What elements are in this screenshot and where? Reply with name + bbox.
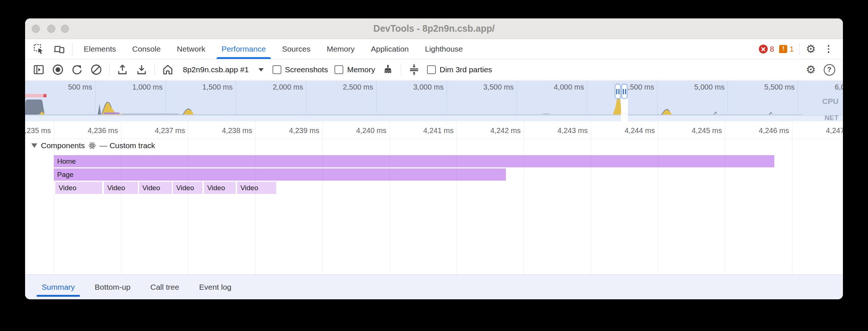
detail-gridline <box>524 121 524 274</box>
tab-console[interactable]: Console <box>124 39 169 59</box>
cpu-activity-chart <box>25 81 843 115</box>
tab-bottom-up[interactable]: Bottom-up <box>88 275 137 299</box>
device-toolbar-icon[interactable] <box>53 43 66 55</box>
settings-gear-icon[interactable]: ⚙ <box>805 43 817 55</box>
ruler-tick: 4,238 ms <box>209 126 252 135</box>
collect-garbage-icon[interactable] <box>382 63 394 76</box>
detail-gridline <box>389 121 390 274</box>
toggle-sidebar-icon[interactable] <box>32 63 45 76</box>
detail-gridline <box>792 121 792 274</box>
fit-to-window-icon[interactable] <box>408 63 420 76</box>
ruler-tick: 4,245 ms <box>678 126 722 135</box>
flame-bar-video[interactable]: Video <box>173 182 202 194</box>
ruler-tick: 4,235 ms <box>25 126 51 135</box>
warning-icon <box>779 45 787 53</box>
title-bar: DevTools - 8p2n9n.csb.app/ <box>25 18 843 39</box>
react-atom-icon <box>88 142 96 149</box>
detail-gridline <box>658 121 658 274</box>
net-lane-label: NET <box>824 114 839 122</box>
ruler-tick: 4,239 ms <box>276 126 319 135</box>
tab-performance[interactable]: Performance <box>213 39 274 59</box>
ruler-tick: 4,242 ms <box>477 126 521 135</box>
flame-bar-home[interactable]: Home <box>54 155 774 167</box>
expand-triangle-icon <box>31 143 37 148</box>
flame-bar-video[interactable]: Video <box>104 182 138 194</box>
screen: DevTools - 8p2n9n.csb.app/ <box>0 0 868 331</box>
tab-memory[interactable]: Memory <box>319 39 363 59</box>
clear-icon[interactable] <box>90 63 103 76</box>
capture-settings-gear-icon[interactable]: ⚙ <box>805 63 817 76</box>
detail-gridline <box>591 121 591 274</box>
screenshots-checkbox[interactable]: Screenshots <box>272 65 328 74</box>
ruler-tick: 4,237 ms <box>142 126 185 135</box>
ruler-tick: 4,243 ms <box>544 126 588 135</box>
network-overview-strip <box>25 115 843 121</box>
checkbox-icon <box>427 65 436 74</box>
page-selector-dropdown[interactable]: 8p2n9n.csb.app #1 <box>181 65 266 74</box>
flamechart-area[interactable]: 4,235 ms 4,236 ms 4,237 ms 4,238 ms 4,23… <box>25 121 843 274</box>
panel-tab-bar: Elements Console Network Performance Sou… <box>25 39 843 59</box>
selection-right-handle[interactable] <box>621 84 628 99</box>
ruler-tick: 4,241 ms <box>410 126 454 135</box>
panel-tabs: Elements Console Network Performance Sou… <box>76 39 471 59</box>
tab-summary[interactable]: Summary <box>35 275 81 299</box>
inspect-element-icon[interactable] <box>32 43 45 55</box>
divider <box>799 43 799 55</box>
more-options-icon[interactable] <box>822 43 835 55</box>
load-profile-icon[interactable] <box>116 63 129 76</box>
custom-track-header[interactable]: Components — Custom track <box>31 141 155 150</box>
custom-track-suffix: — Custom track <box>100 141 155 150</box>
detail-gridline <box>725 121 725 274</box>
devtools-window: DevTools - 8p2n9n.csb.app/ <box>25 18 843 299</box>
ruler-tick: 4,244 ms <box>611 126 655 135</box>
custom-track-title: Components <box>41 141 85 150</box>
tab-elements[interactable]: Elements <box>76 39 124 59</box>
tab-sources[interactable]: Sources <box>274 39 319 59</box>
flame-bar-video[interactable]: Video <box>55 182 102 194</box>
tab-application[interactable]: Application <box>363 39 417 59</box>
memory-checkbox[interactable]: Memory <box>334 65 375 74</box>
timeline-overview[interactable]: 500 ms 1,000 ms 1,500 ms 2,000 ms 2,500 … <box>25 81 843 121</box>
save-profile-icon[interactable] <box>135 63 148 76</box>
tab-event-log[interactable]: Event log <box>192 275 238 299</box>
divider <box>401 63 401 76</box>
page-selector-value: 8p2n9n.csb.app #1 <box>183 65 249 74</box>
ruler-tick: 4,240 ms <box>343 126 386 135</box>
detail-gridline <box>188 121 188 274</box>
selection-left-handle[interactable] <box>615 84 621 99</box>
detail-gridline <box>255 121 256 274</box>
reload-and-record-icon[interactable] <box>71 63 83 76</box>
cpu-lane-label: CPU <box>822 97 839 106</box>
ruler-divider <box>25 139 843 139</box>
chevron-down-icon <box>258 68 264 72</box>
help-icon[interactable]: ? <box>823 63 836 76</box>
checkbox-icon <box>272 65 281 74</box>
flame-bar-video[interactable]: Video <box>237 182 276 194</box>
checkbox-icon <box>334 65 343 74</box>
tab-lighthouse[interactable]: Lighthouse <box>417 39 471 59</box>
ruler-tick: 4,246 ms <box>746 126 789 135</box>
ruler-tick: 4,247 ms <box>813 126 843 135</box>
tab-network[interactable]: Network <box>169 39 213 59</box>
flame-bar-page[interactable]: Page <box>54 168 506 181</box>
dim-3rd-parties-checkbox[interactable]: Dim 3rd parties <box>427 65 492 74</box>
warning-count-badge[interactable]: 1 <box>779 45 794 53</box>
details-tab-bar: Summary Bottom-up Call tree Event log <box>25 274 843 299</box>
flame-bar-video[interactable]: Video <box>139 182 172 194</box>
error-icon <box>759 45 768 53</box>
error-count-badge[interactable]: 8 <box>759 45 774 53</box>
detail-gridline <box>322 121 323 274</box>
overview-selection-range[interactable] <box>621 98 628 121</box>
tab-call-tree[interactable]: Call tree <box>144 275 186 299</box>
window-title: DevTools - 8p2n9n.csb.app/ <box>25 18 843 39</box>
divider <box>109 63 110 76</box>
detail-gridline <box>456 121 457 274</box>
home-icon[interactable] <box>162 63 174 76</box>
flame-bar-video[interactable]: Video <box>204 182 236 194</box>
record-icon[interactable] <box>52 63 64 76</box>
ruler-tick: 4,236 ms <box>74 126 118 135</box>
divider <box>72 43 73 55</box>
performance-toolbar: 8p2n9n.csb.app #1 Screenshots Memory <box>25 59 843 80</box>
divider <box>154 63 155 76</box>
